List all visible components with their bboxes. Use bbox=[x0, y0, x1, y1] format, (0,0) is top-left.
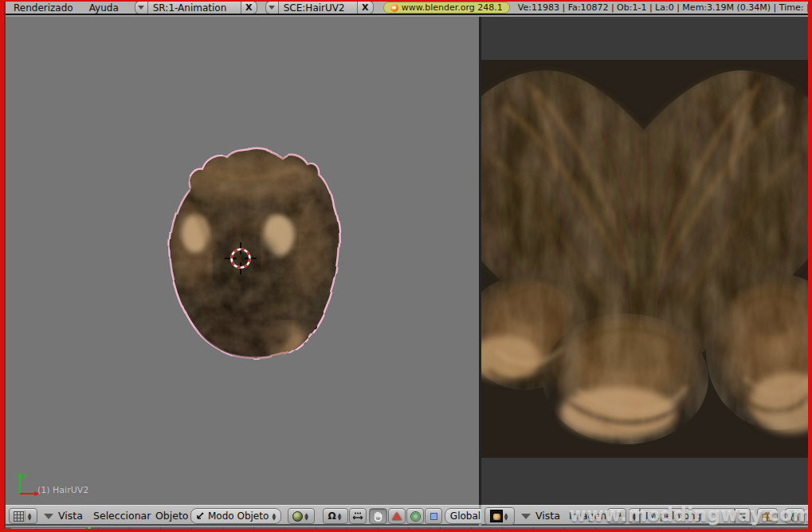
menu-imagen[interactable]: Imagen bbox=[569, 510, 606, 522]
menu-renderizado[interactable]: Renderizado bbox=[6, 2, 81, 14]
image-editor-icon bbox=[490, 510, 503, 522]
version-text: www.blender.org 248.1 bbox=[402, 2, 503, 13]
stepper-icon: ▲▼ bbox=[303, 512, 310, 520]
uv-texture-image bbox=[481, 60, 808, 458]
scene-selector: SCE:HairUV2 X bbox=[265, 2, 374, 14]
chevron-down-icon bbox=[138, 6, 144, 10]
screenshot-red-frame: Renderizado Ayuda SR:1-Animation X SCE:H… bbox=[0, 0, 812, 532]
rotate-manipulator-button[interactable] bbox=[406, 508, 424, 524]
active-object-label: (1) HairUV2 bbox=[37, 485, 88, 495]
header-collapse-icon[interactable] bbox=[44, 514, 53, 519]
header-collapse-icon[interactable] bbox=[521, 514, 531, 519]
screen-selector: SR:1-Animation X bbox=[135, 2, 257, 14]
manipulator-toggle-button[interactable] bbox=[369, 508, 387, 524]
stepper-icon: ▲▼ bbox=[631, 512, 638, 520]
image-name-field[interactable]: IM:pelo.png bbox=[640, 508, 735, 524]
stepper-icon: ▲▼ bbox=[503, 512, 510, 520]
manipulator-axes-button[interactable] bbox=[349, 508, 367, 524]
image-delete-button[interactable]: X bbox=[735, 508, 751, 524]
image-browse-button[interactable]: ▲▼ bbox=[629, 508, 640, 524]
screen-name-field[interactable]: SR:1-Animation bbox=[147, 2, 241, 14]
pin-button[interactable] bbox=[607, 508, 626, 524]
stepper-icon: ▲▼ bbox=[336, 512, 343, 520]
scene-browse-button[interactable] bbox=[265, 2, 278, 14]
screen-browse-button[interactable] bbox=[135, 2, 147, 14]
lock-button[interactable] bbox=[785, 508, 805, 524]
viewport-3d[interactable]: y x (1) HairUV2 bbox=[6, 17, 479, 505]
menu-vista-uv[interactable]: Vista bbox=[535, 510, 560, 522]
strip-ticks bbox=[6, 527, 808, 529]
user-preferences-header: Renderizado Ayuda SR:1-Animation X SCE:H… bbox=[6, 2, 808, 15]
pivot-icon: Ω bbox=[328, 511, 336, 521]
viewport-3d-header: ▲▼ Vista Seleccionar Objeto Modo Objeto … bbox=[6, 505, 479, 526]
scale-icon bbox=[430, 513, 437, 520]
axis-y-label: y bbox=[23, 471, 28, 479]
blender-window: Renderizado Ayuda SR:1-Animation X SCE:H… bbox=[4, 2, 808, 529]
blender-logo-icon bbox=[390, 4, 398, 12]
strip-green-marker bbox=[88, 527, 91, 529]
uv-editor-header: ▲▼ Vista Imagen ▲▼ IM:pelo.png X bbox=[481, 505, 808, 526]
orientation-label: Global bbox=[450, 510, 481, 522]
screen-delete-button[interactable]: X bbox=[241, 2, 257, 14]
stepper-icon: ▲▼ bbox=[270, 512, 277, 520]
draw-type-sphere-icon bbox=[292, 511, 303, 522]
editor-type-button-3d[interactable]: ▲▼ bbox=[9, 508, 37, 524]
orientation-dropdown[interactable]: Global bbox=[445, 508, 486, 524]
scene-delete-button[interactable]: X bbox=[358, 2, 374, 14]
scale-manipulator-button[interactable] bbox=[425, 508, 442, 524]
chevron-down-icon bbox=[269, 6, 275, 10]
pack-gift-icon bbox=[762, 511, 773, 522]
cursor-3d-icon bbox=[223, 241, 258, 276]
translate-manipulator-button[interactable] bbox=[388, 508, 406, 524]
lock-icon bbox=[790, 511, 799, 522]
menu-seleccionar[interactable]: Seleccionar bbox=[93, 510, 151, 522]
menu-vista-3d[interactable]: Vista bbox=[58, 510, 83, 522]
pin-icon bbox=[612, 511, 622, 522]
grid-icon bbox=[14, 511, 24, 522]
hand-icon bbox=[373, 510, 383, 522]
rotate-icon bbox=[411, 512, 420, 521]
blender-version-badge: www.blender.org 248.1 bbox=[383, 2, 510, 14]
menu-ayuda[interactable]: Ayuda bbox=[81, 2, 127, 14]
pack-image-button[interactable] bbox=[757, 508, 778, 524]
editor-type-button-uv[interactable]: ▲▼ bbox=[484, 507, 515, 525]
draw-type-button[interactable]: ▲▼ bbox=[288, 508, 315, 524]
manipulator-axes-icon bbox=[352, 511, 363, 521]
scene-name-field[interactable]: SCE:HairUV2 bbox=[278, 2, 358, 14]
scene-statistics: Ve:11983 | Fa:10872 | Ob:1-1 | La:0 | Me… bbox=[518, 2, 808, 13]
menu-objeto[interactable]: Objeto bbox=[155, 510, 189, 522]
close-icon: X bbox=[739, 511, 746, 522]
pivot-point-button[interactable]: Ω ▲▼ bbox=[323, 508, 348, 524]
mode-label: Modo Objeto bbox=[208, 510, 269, 522]
bottom-frame-strip bbox=[6, 527, 808, 529]
object-mode-icon bbox=[194, 511, 205, 522]
mode-dropdown[interactable]: Modo Objeto ▲▼ bbox=[190, 508, 281, 524]
stepper-icon: ▲▼ bbox=[26, 512, 33, 520]
strip-bar bbox=[11, 528, 86, 529]
translate-icon bbox=[392, 512, 402, 520]
uv-image-editor[interactable] bbox=[481, 17, 808, 505]
